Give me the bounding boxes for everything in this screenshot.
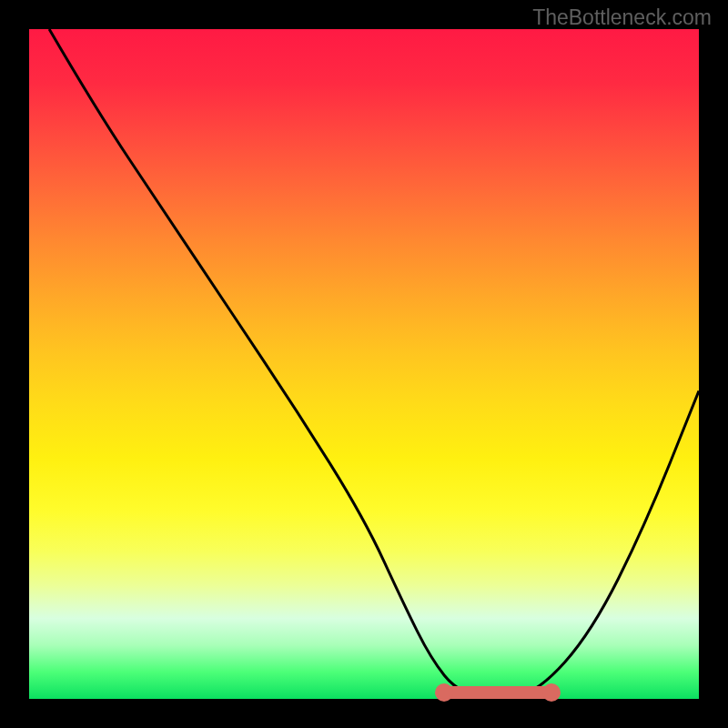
chart-frame: TheBottleneck.com — [0, 0, 728, 728]
optimal-range-bar — [442, 686, 553, 699]
plot-area — [29, 29, 699, 699]
watermark-text: TheBottleneck.com — [532, 5, 712, 30]
optimal-range-end-marker — [542, 683, 561, 702]
bottleneck-curve — [29, 29, 699, 699]
optimal-range-start-marker — [435, 683, 453, 702]
